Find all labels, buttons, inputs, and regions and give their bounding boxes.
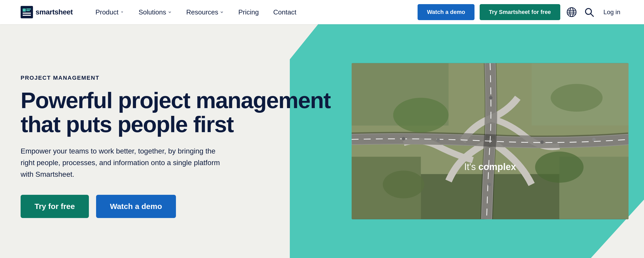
nav-item-contact[interactable]: Contact bbox=[266, 0, 304, 24]
nav-login-link[interactable]: Log in bbox=[600, 9, 623, 16]
nav-links: Product Solutions Resources Pricing Cont… bbox=[88, 0, 418, 24]
svg-point-26 bbox=[540, 140, 544, 144]
hero-buttons: Try for free Watch a demo bbox=[21, 195, 334, 218]
logo[interactable]: smartsheet bbox=[21, 6, 73, 18]
svg-point-28 bbox=[489, 96, 492, 99]
video-overlay-bold: complex bbox=[478, 162, 516, 172]
nav-item-resources[interactable]: Resources bbox=[179, 0, 231, 24]
svg-point-25 bbox=[436, 138, 440, 142]
svg-point-29 bbox=[488, 183, 491, 186]
video-overlay-text: It's complex bbox=[464, 162, 516, 172]
search-icon-button[interactable] bbox=[583, 6, 595, 18]
nav-actions: Watch a demo Try Smartsheet for free Log… bbox=[418, 4, 623, 20]
svg-rect-5 bbox=[23, 15, 31, 16]
nav-try-free-button[interactable]: Try Smartsheet for free bbox=[480, 4, 560, 20]
svg-rect-1 bbox=[23, 9, 26, 12]
video-overlay-normal: It's bbox=[464, 162, 478, 172]
svg-point-21 bbox=[535, 151, 583, 183]
hero-description: Empower your teams to work better, toget… bbox=[21, 146, 222, 180]
svg-line-12 bbox=[591, 14, 594, 17]
navbar: smartsheet Product Solutions Resources P… bbox=[0, 0, 644, 24]
nav-item-pricing[interactable]: Pricing bbox=[231, 0, 266, 24]
svg-rect-4 bbox=[23, 13, 31, 14]
globe-icon-button[interactable] bbox=[565, 6, 578, 18]
hero-watch-demo-button[interactable]: Watch a demo bbox=[96, 195, 176, 218]
aerial-road-svg bbox=[352, 63, 629, 219]
logo-text: smartsheet bbox=[36, 8, 73, 16]
svg-point-27 bbox=[592, 138, 596, 141]
hero-image-area: It's complex bbox=[352, 63, 629, 219]
hero-video-thumbnail[interactable]: It's complex bbox=[352, 63, 629, 219]
svg-point-11 bbox=[586, 9, 591, 14]
svg-point-23 bbox=[551, 84, 603, 112]
svg-rect-2 bbox=[26, 9, 31, 10]
chevron-down-icon bbox=[120, 10, 124, 14]
svg-rect-3 bbox=[26, 10, 30, 11]
svg-point-24 bbox=[402, 137, 405, 140]
hero-try-free-button[interactable]: Try for free bbox=[21, 195, 89, 218]
hero-content: PROJECT MANAGEMENT Powerful project mana… bbox=[0, 24, 354, 258]
nav-item-product[interactable]: Product bbox=[88, 0, 131, 24]
svg-point-22 bbox=[383, 171, 424, 198]
nav-item-solutions[interactable]: Solutions bbox=[131, 0, 179, 24]
chevron-down-icon bbox=[168, 10, 172, 14]
hero-eyebrow: PROJECT MANAGEMENT bbox=[21, 75, 334, 81]
hero-title: Powerful project management that puts pe… bbox=[21, 88, 334, 136]
chevron-down-icon bbox=[220, 10, 224, 14]
hero-section: PROJECT MANAGEMENT Powerful project mana… bbox=[0, 24, 644, 258]
svg-point-20 bbox=[393, 98, 448, 132]
nav-watch-demo-button[interactable]: Watch a demo bbox=[418, 4, 474, 20]
svg-rect-0 bbox=[21, 6, 33, 18]
